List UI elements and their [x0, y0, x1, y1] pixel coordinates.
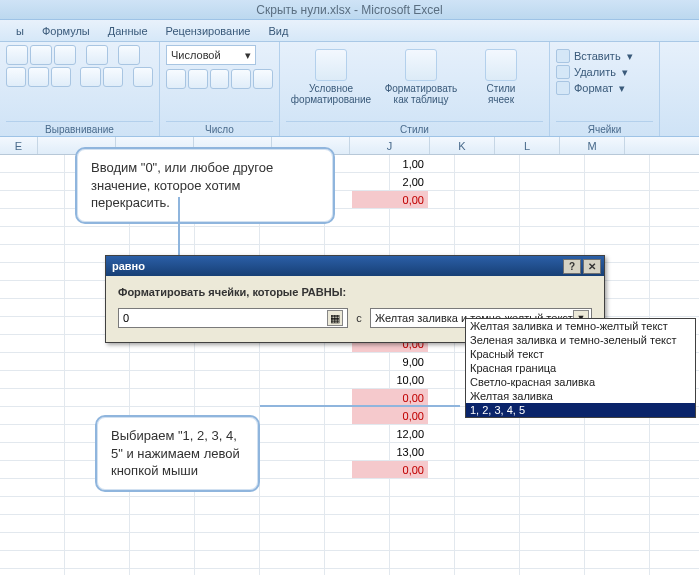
dropdown-option[interactable]: Желтая заливка и темно-желтый текст: [466, 319, 695, 333]
decrease-indent-button[interactable]: [80, 67, 100, 87]
ribbon-tabs: ы Формулы Данные Рецензирование Вид: [0, 20, 699, 42]
cell-styles-button[interactable]: Стили ячеек: [466, 45, 536, 105]
data-cell[interactable]: [352, 209, 428, 227]
format-cells-button[interactable]: Формат▾: [556, 81, 653, 95]
col-header[interactable]: J: [350, 137, 430, 154]
align-left-button[interactable]: [6, 67, 26, 87]
chevron-down-icon: ▾: [619, 82, 625, 95]
comma-button[interactable]: [210, 69, 230, 89]
data-cell[interactable]: [352, 227, 428, 245]
button-label: Форматировать как таблицу: [385, 83, 458, 105]
dropdown-option[interactable]: Желтая заливка: [466, 389, 695, 403]
data-cell[interactable]: 10,00: [352, 371, 428, 389]
ribbon-tab[interactable]: Вид: [268, 25, 288, 37]
ribbon-tab[interactable]: Данные: [108, 25, 148, 37]
button-label: Формат: [574, 82, 613, 94]
dropdown-option[interactable]: 1, 2, 3, 4, 5: [466, 403, 695, 417]
conditional-formatting-button[interactable]: Условное форматирование: [286, 45, 376, 105]
callout-top: Вводим "0", или любое другое значение, к…: [75, 147, 335, 224]
ribbon-tab[interactable]: Формулы: [42, 25, 90, 37]
delete-icon: [556, 65, 570, 79]
percent-button[interactable]: [188, 69, 208, 89]
button-label: Вставить: [574, 50, 621, 62]
decrease-decimal-button[interactable]: [253, 69, 273, 89]
button-label: Стили ячеек: [487, 83, 516, 105]
group-number: Числовой ▾ Число: [160, 42, 280, 136]
ribbon: Выравнивание Числовой ▾ Число Условное ф…: [0, 42, 699, 137]
callout-leader: [260, 405, 460, 407]
data-cell[interactable]: 12,00: [352, 425, 428, 443]
dropdown-option[interactable]: Красный текст: [466, 347, 695, 361]
dropdown-option[interactable]: Красная граница: [466, 361, 695, 375]
insert-cells-button[interactable]: Вставить▾: [556, 49, 653, 63]
data-cell[interactable]: 9,00: [352, 353, 428, 371]
group-label: Ячейки: [556, 121, 653, 136]
group-styles: Условное форматирование Форматировать ка…: [280, 42, 550, 136]
col-header[interactable]: M: [560, 137, 625, 154]
window-titlebar: Скрыть нули.xlsx - Microsoft Excel: [0, 0, 699, 20]
increase-indent-button[interactable]: [103, 67, 123, 87]
group-label: Стили: [286, 121, 543, 136]
chevron-down-icon: ▾: [627, 50, 633, 63]
with-separator: с: [354, 312, 364, 324]
dialog-instruction: Форматировать ячейки, которые РАВНЫ:: [118, 286, 592, 298]
col-header[interactable]: K: [430, 137, 495, 154]
button-label: Условное форматирование: [291, 83, 371, 105]
data-cell[interactable]: 1,00: [352, 155, 428, 173]
help-button[interactable]: ?: [563, 259, 581, 274]
data-cell[interactable]: 0,00: [352, 191, 428, 209]
data-cell[interactable]: 13,00: [352, 443, 428, 461]
callout-text: Вводим "0", или любое другое значение, к…: [91, 160, 273, 210]
equal-to-dialog: равно ? ✕ Форматировать ячейки, которые …: [105, 255, 605, 343]
dialog-titlebar[interactable]: равно ? ✕: [106, 256, 604, 276]
dialog-title: равно: [112, 260, 145, 272]
group-label: Число: [166, 121, 273, 136]
table-icon: [405, 49, 437, 81]
callout-text: Выбираем "1, 2, 3, 4, 5" и нажимаем лево…: [111, 428, 240, 478]
align-right-button[interactable]: [51, 67, 71, 87]
align-top-button[interactable]: [6, 45, 28, 65]
data-cell[interactable]: 2,00: [352, 173, 428, 191]
format-icon: [556, 81, 570, 95]
align-center-button[interactable]: [28, 67, 48, 87]
chevron-down-icon: ▾: [622, 66, 628, 79]
insert-icon: [556, 49, 570, 63]
callout-bottom: Выбираем "1, 2, 3, 4, 5" и нажимаем лево…: [95, 415, 260, 492]
number-format-select[interactable]: Числовой ▾: [166, 45, 256, 65]
button-label: Удалить: [574, 66, 616, 78]
dropdown-option[interactable]: Светло-красная заливка: [466, 375, 695, 389]
format-dropdown: Желтая заливка и темно-желтый текстЗелен…: [465, 318, 696, 418]
data-cell[interactable]: 0,00: [352, 407, 428, 425]
value-input[interactable]: 0 ▦: [118, 308, 348, 328]
delete-cells-button[interactable]: Удалить▾: [556, 65, 653, 79]
number-format-value: Числовой: [171, 49, 221, 61]
col-header[interactable]: E: [0, 137, 38, 154]
ribbon-tab[interactable]: Рецензирование: [166, 25, 251, 37]
close-button[interactable]: ✕: [583, 259, 601, 274]
conditional-format-icon: [315, 49, 347, 81]
merge-button[interactable]: [133, 67, 153, 87]
cell-styles-icon: [485, 49, 517, 81]
align-bottom-button[interactable]: [54, 45, 76, 65]
group-label: Выравнивание: [6, 121, 153, 136]
orientation-button[interactable]: [86, 45, 108, 65]
value-text: 0: [123, 312, 129, 324]
group-cells: Вставить▾ Удалить▾ Формат▾ Ячейки: [550, 42, 660, 136]
wrap-text-button[interactable]: [118, 45, 140, 65]
window-title: Скрыть нули.xlsx - Microsoft Excel: [256, 3, 442, 17]
increase-decimal-button[interactable]: [231, 69, 251, 89]
chevron-down-icon: ▾: [245, 49, 251, 62]
dropdown-option[interactable]: Зеленая заливка и темно-зеленый текст: [466, 333, 695, 347]
range-picker-icon[interactable]: ▦: [327, 310, 343, 326]
ribbon-tab[interactable]: ы: [16, 25, 24, 37]
data-cell[interactable]: 0,00: [352, 461, 428, 479]
format-as-table-button[interactable]: Форматировать как таблицу: [376, 45, 466, 105]
align-middle-button[interactable]: [30, 45, 52, 65]
currency-button[interactable]: [166, 69, 186, 89]
col-header[interactable]: L: [495, 137, 560, 154]
group-alignment: Выравнивание: [0, 42, 160, 136]
